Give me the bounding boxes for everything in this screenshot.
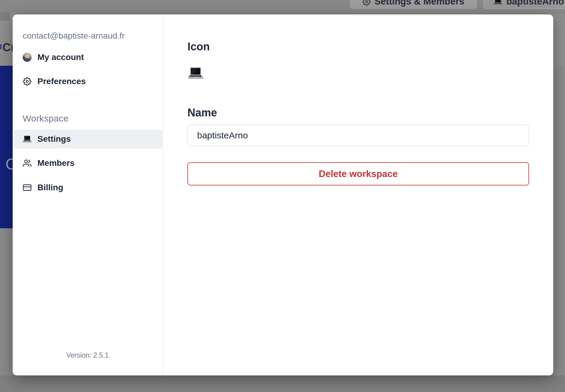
laptop-icon <box>188 67 203 80</box>
account-email: contact@baptiste-arnaud.fr <box>23 31 162 41</box>
dimmed-button-fragment <box>0 12 10 21</box>
sidebar-item-label: Billing <box>37 183 63 192</box>
dimmed-blue-panel <box>0 66 13 228</box>
sidebar-item-label: Settings <box>37 134 71 144</box>
sidebar-item-label: Preferences <box>37 77 86 86</box>
workspace-settings-content: Icon Name Delete workspace <box>163 14 553 375</box>
settings-sidebar: contact@baptiste-arnaud.fr My account Pr… <box>13 14 163 375</box>
workspace-switcher-button[interactable]: baptisteArno <box>484 0 565 9</box>
version-text: Version: 2.5.1 <box>13 351 162 359</box>
delete-workspace-label: Delete workspace <box>319 169 398 179</box>
credit-card-icon <box>23 183 31 192</box>
workspace-section-header: Workspace <box>23 113 162 123</box>
sidebar-item-members[interactable]: Members <box>13 154 162 172</box>
icon-field-label: Icon <box>187 41 529 53</box>
dimmed-top-bar <box>0 0 565 14</box>
sidebar-item-settings[interactable]: Settings <box>13 130 162 148</box>
settings-members-button[interactable]: Settings & Members <box>350 0 477 9</box>
sidebar-item-preferences[interactable]: Preferences <box>13 72 162 90</box>
users-icon <box>23 159 31 167</box>
workspace-settings-modal: contact@baptiste-arnaud.fr My account Pr… <box>13 14 553 375</box>
laptop-icon <box>23 135 32 143</box>
workspace-name-input[interactable] <box>187 125 529 146</box>
gear-icon <box>362 0 371 6</box>
sidebar-item-label: Members <box>37 158 75 168</box>
sidebar-item-billing[interactable]: Billing <box>13 179 162 197</box>
gear-icon <box>23 77 31 86</box>
settings-members-label: Settings & Members <box>374 0 464 7</box>
dimmed-bottom-area <box>0 375 565 392</box>
dimmed-icon-fragment <box>0 44 2 49</box>
user-avatar <box>23 53 32 62</box>
sidebar-item-label: My account <box>37 52 84 62</box>
delete-workspace-button[interactable]: Delete workspace <box>187 162 529 185</box>
sidebar-item-my-account[interactable]: My account <box>13 48 162 66</box>
laptop-icon <box>493 0 503 5</box>
workspace-switcher-label: baptisteArno <box>506 0 564 7</box>
workspace-icon-button[interactable] <box>187 65 204 81</box>
name-field-label: Name <box>187 107 529 119</box>
